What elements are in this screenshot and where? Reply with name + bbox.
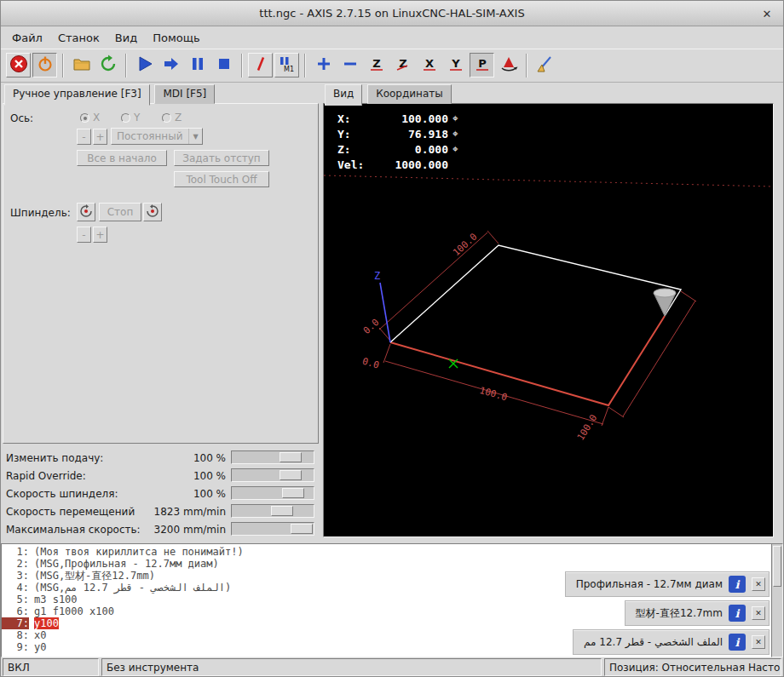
spindle-override-row: Скорость шпинделя: 100 % [1, 485, 320, 502]
stop-program-button[interactable] [211, 53, 236, 77]
gcode-line[interactable]: 1:(Моя твоя кириллитса не понимайт!) [2, 546, 772, 558]
view-x-button[interactable]: X [417, 53, 441, 77]
open-file-button[interactable] [69, 53, 94, 77]
homed-icon: ⌖ [453, 112, 458, 124]
axis-radio-z[interactable]: Z [162, 112, 182, 123]
step-program-button[interactable] [159, 53, 183, 77]
window-close-button[interactable]: ✕ [759, 6, 775, 21]
skip-lines-toggle[interactable] [248, 53, 273, 77]
feed-override-label: Изменить подачу: [6, 452, 103, 464]
axis-radio-y[interactable]: Y [121, 112, 140, 123]
dro-y-row: Y: 76.918 ⌖ [337, 126, 458, 141]
machine-power-button[interactable] [32, 53, 57, 77]
rapid-override-row: Rapid Override: 100 % [1, 467, 320, 485]
tab-mdi[interactable]: MDI [F5] [154, 84, 215, 104]
view-y-button[interactable]: Y [443, 53, 468, 77]
jog-speed-slider[interactable] [231, 504, 314, 518]
pause-icon [188, 55, 207, 76]
dro-vel-row: Vel: 1000.000 [337, 157, 458, 172]
titlebar[interactable]: ttt.ngc - AXIS 2.7.15 on LinuxCNC-HAL-SI… [1, 1, 783, 26]
gcode-line[interactable]: 2:(MSG,Профильная - 12.7мм диам) [2, 558, 772, 570]
feed-override-value: 100 % [193, 452, 226, 464]
spindle-override-slider[interactable] [231, 486, 314, 500]
axis-radio-x[interactable]: X [80, 112, 100, 123]
rapid-override-label: Rapid Override: [6, 470, 86, 482]
zoom-out-icon [341, 55, 360, 76]
step-icon [162, 55, 181, 76]
feed-override-slider[interactable] [231, 450, 314, 464]
dimension-lines [379, 231, 696, 426]
menu-file[interactable]: Файл [4, 28, 50, 48]
view-perspective-icon: P [473, 55, 492, 76]
max-speed-slider-handle[interactable] [291, 524, 313, 534]
reload-file-button[interactable] [95, 53, 120, 77]
jog-plus-button[interactable]: + [93, 129, 107, 145]
preview-notebook-tabs: Вид Координаты [325, 84, 453, 103]
view-perspective-button[interactable]: P [470, 53, 494, 77]
spindle-override-slider-handle[interactable] [282, 488, 304, 498]
stop-icon [215, 55, 233, 76]
home-all-button[interactable]: Все в начало [77, 150, 167, 166]
notification-close-button[interactable]: ✕ [752, 606, 765, 620]
svg-text:M1: M1 [284, 66, 294, 73]
notification-close-button[interactable]: ✕ [752, 577, 765, 591]
homed-icon: ⌖ [453, 143, 458, 155]
spindle-reverse-button[interactable] [77, 203, 95, 221]
position-info-cell: Позиция: Относительная Насто [604, 658, 781, 676]
gcode-line-text: g1 f1000 x100 [34, 605, 114, 617]
max-speed-slider[interactable] [231, 522, 314, 536]
touch-off-button[interactable]: Задать отступ [174, 150, 269, 166]
spindle-slower-button[interactable]: - [77, 227, 91, 243]
menu-help[interactable]: Помощь [145, 28, 207, 48]
open-folder-icon [72, 55, 91, 76]
view-z-rotated-button[interactable]: Z [390, 53, 415, 77]
rapid-override-slider[interactable] [231, 468, 314, 482]
radio-circle-icon [80, 113, 89, 123]
pause-program-button[interactable] [185, 53, 210, 77]
manual-control-panel: Ось: X Y Z - + Постоянный ▼ Все в начало… [3, 103, 319, 444]
tab-manual-control[interactable]: Ручное управление [F3] [4, 84, 150, 106]
tab-dro[interactable]: Координаты [367, 84, 452, 104]
estop-button[interactable] [6, 53, 31, 77]
machine-limits-line [324, 175, 773, 186]
optional-stop-toggle[interactable]: M1 [274, 53, 299, 77]
gcode-scrollbar[interactable] [771, 543, 783, 657]
view-z-button[interactable]: Z [364, 53, 389, 77]
preview-canvas[interactable]: Z 100.0 100.0 100.0 0.0 0.0 X: 100.000 ⌖… [323, 103, 774, 537]
jog-minus-button[interactable]: - [77, 129, 91, 145]
rapid-override-slider-handle[interactable] [280, 470, 302, 480]
menu-machine[interactable]: Станок [50, 28, 107, 48]
view-z-icon: Z [367, 55, 386, 76]
toolbar-separator [125, 54, 127, 77]
gcode-line-text: x0 [34, 629, 46, 641]
rotate-view-button[interactable] [496, 53, 521, 77]
notification: 型材-直径12.7mm i ✕ [625, 600, 770, 626]
tool-touch-off-button[interactable]: Tool Touch Off [174, 171, 269, 187]
zoom-in-button[interactable] [311, 53, 336, 77]
menubar: Файл Станок Вид Помощь [1, 26, 783, 49]
gcode-line-text: y0 [34, 641, 46, 653]
spindle-faster-button[interactable]: + [93, 227, 107, 243]
menu-view[interactable]: Вид [107, 28, 145, 48]
gcode-scrollbar-thumb[interactable] [773, 546, 781, 587]
rotate-view-icon [499, 55, 518, 76]
run-program-button[interactable] [132, 53, 157, 77]
notification-close-button[interactable]: ✕ [752, 635, 765, 649]
tab-preview[interactable]: Вид [325, 84, 362, 106]
max-speed-row: Максимальная скорость: 3200 mm/min [1, 520, 320, 538]
skip-lines-icon [251, 55, 270, 76]
zoom-in-icon [314, 55, 333, 76]
dro-y-value: 76.918 [375, 128, 448, 141]
jog-mode-combobox[interactable]: Постоянный ▼ [111, 128, 203, 145]
feed-override-slider-handle[interactable] [280, 452, 302, 462]
executed-path [390, 316, 665, 405]
dim-label-bottom: 100.0 [478, 385, 508, 404]
clear-backplot-button[interactable] [533, 53, 557, 77]
view-z-rotated-icon: Z [394, 55, 412, 76]
dro-y-label: Y: [337, 128, 375, 141]
zoom-out-button[interactable] [337, 53, 362, 77]
spindle-stop-button[interactable]: Стоп [99, 203, 141, 221]
spindle-forward-button[interactable] [143, 203, 162, 221]
jog-speed-slider-handle[interactable] [271, 506, 293, 516]
programmed-path [390, 245, 681, 342]
